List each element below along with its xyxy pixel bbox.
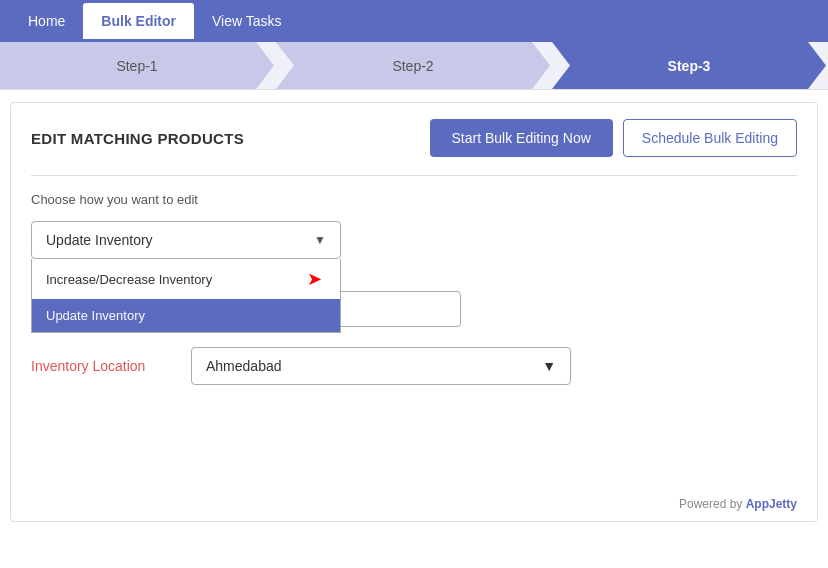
header-buttons: Start Bulk Editing Now Schedule Bulk Edi… — [430, 119, 798, 157]
dropdown-option-increase-label: Increase/Decrease Inventory — [46, 272, 212, 287]
inventory-location-label: Inventory Location — [31, 358, 191, 374]
location-value: Ahmedabad — [206, 358, 282, 374]
steps-bar: Step-1 Step-2 Step-3 — [0, 42, 828, 90]
edit-header: EDIT MATCHING PRODUCTS Start Bulk Editin… — [31, 119, 797, 157]
step-1[interactable]: Step-1 — [0, 42, 274, 89]
dropdown-menu: Increase/Decrease Inventory ➤ Update Inv… — [31, 259, 341, 333]
dropdown-selected-value: Update Inventory — [46, 232, 153, 248]
dropdown-option-update-label: Update Inventory — [46, 308, 145, 323]
schedule-bulk-editing-button[interactable]: Schedule Bulk Editing — [623, 119, 797, 157]
top-navigation: Home Bulk Editor View Tasks — [0, 0, 828, 42]
footer-text: Powered by — [679, 497, 746, 511]
main-content: EDIT MATCHING PRODUCTS Start Bulk Editin… — [10, 102, 818, 522]
footer: Powered by AppJetty — [679, 497, 797, 511]
dropdown-option-increase[interactable]: Increase/Decrease Inventory ➤ — [32, 259, 340, 299]
step-3[interactable]: Step-3 — [552, 42, 826, 89]
red-arrow-icon: ➤ — [307, 268, 322, 290]
dropdown-arrow-icon: ▼ — [314, 233, 326, 247]
nav-bulk-editor[interactable]: Bulk Editor — [83, 3, 194, 39]
edit-type-dropdown[interactable]: Update Inventory ▼ — [31, 221, 341, 259]
location-dropdown-arrow-icon: ▼ — [542, 358, 556, 374]
nav-view-tasks[interactable]: View Tasks — [194, 3, 300, 39]
choose-label: Choose how you want to edit — [31, 192, 797, 207]
nav-home[interactable]: Home — [10, 3, 83, 39]
step-2[interactable]: Step-2 — [276, 42, 550, 89]
divider — [31, 175, 797, 176]
start-bulk-editing-button[interactable]: Start Bulk Editing Now — [430, 119, 613, 157]
footer-brand: AppJetty — [746, 497, 797, 511]
dropdown-option-update[interactable]: Update Inventory — [32, 299, 340, 332]
location-row: Inventory Location Ahmedabad ▼ — [31, 347, 797, 385]
edit-type-dropdown-container: Update Inventory ▼ Increase/Decrease Inv… — [31, 221, 341, 259]
inventory-location-dropdown[interactable]: Ahmedabad ▼ — [191, 347, 571, 385]
edit-title: EDIT MATCHING PRODUCTS — [31, 130, 244, 147]
